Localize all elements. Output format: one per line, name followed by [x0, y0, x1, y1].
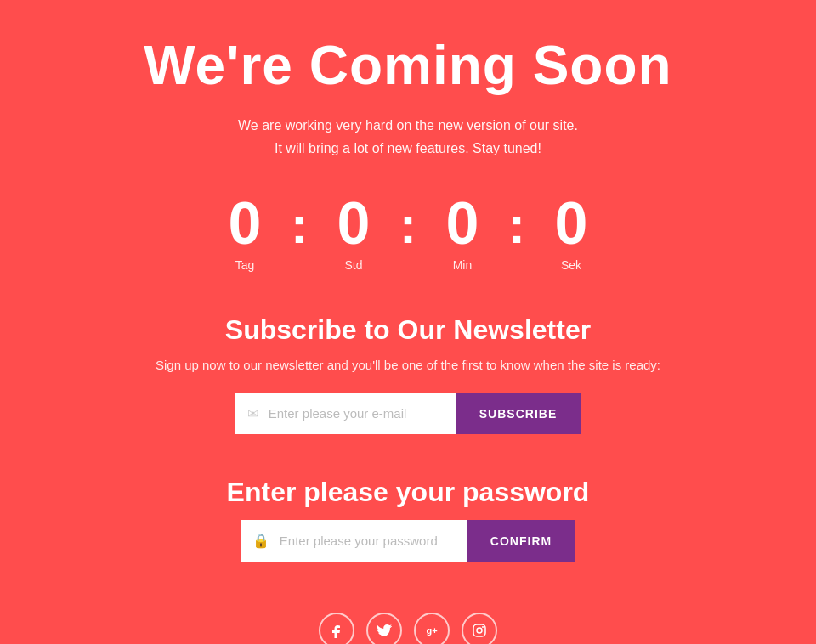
password-input-wrapper: 🔒 [241, 520, 467, 562]
facebook-icon[interactable] [319, 613, 354, 644]
twitter-icon[interactable] [366, 613, 402, 644]
countdown-sep-2: : [400, 196, 416, 270]
password-input[interactable] [276, 520, 455, 562]
countdown-days: 0 Tag [202, 194, 287, 272]
countdown: 0 Tag : 0 Std : 0 Min : 0 Sek [202, 194, 614, 272]
svg-point-2 [482, 626, 484, 628]
email-input[interactable] [265, 393, 444, 434]
password-form: 🔒 CONFIRM [241, 520, 575, 562]
social-icons: g+ [319, 613, 497, 644]
gplus-text: g+ [426, 625, 437, 636]
subtitle-line2: It will bring a lot of new features. Sta… [275, 141, 541, 155]
newsletter-title: Subscribe to Our Newsletter [225, 314, 591, 346]
email-icon: ✉ [247, 405, 258, 421]
countdown-minutes: 0 Min [420, 194, 505, 272]
countdown-seconds-number: 0 [555, 194, 588, 253]
countdown-hours-number: 0 [337, 194, 371, 253]
password-title: Enter please your password [227, 477, 590, 508]
svg-rect-0 [473, 624, 485, 636]
subtitle-line1: We are working very hard on the new vers… [238, 118, 578, 133]
lock-icon: 🔒 [252, 533, 269, 549]
countdown-sep-1: : [291, 196, 308, 270]
confirm-button[interactable]: CONFIRM [467, 520, 575, 562]
googleplus-icon[interactable]: g+ [414, 613, 450, 644]
countdown-minutes-label: Min [453, 258, 473, 272]
svg-point-1 [477, 628, 482, 633]
email-input-wrapper: ✉ [235, 393, 456, 434]
newsletter-form: ✉ SUBSCRIBE [235, 393, 581, 434]
countdown-hours: 0 Std [311, 194, 396, 272]
countdown-hours-label: Std [344, 258, 362, 272]
countdown-days-number: 0 [229, 194, 262, 253]
instagram-icon[interactable] [462, 613, 497, 644]
countdown-seconds-label: Sek [561, 258, 581, 272]
main-title: We're Coming Soon [144, 34, 672, 97]
countdown-minutes-number: 0 [446, 194, 479, 253]
subscribe-button[interactable]: SUBSCRIBE [456, 393, 581, 434]
subtitle: We are working very hard on the new vers… [238, 114, 578, 160]
countdown-seconds: 0 Sek [529, 194, 614, 272]
newsletter-description: Sign up now to our newsletter and you'll… [156, 358, 660, 372]
countdown-sep-3: : [508, 196, 525, 270]
countdown-days-label: Tag [235, 258, 255, 272]
